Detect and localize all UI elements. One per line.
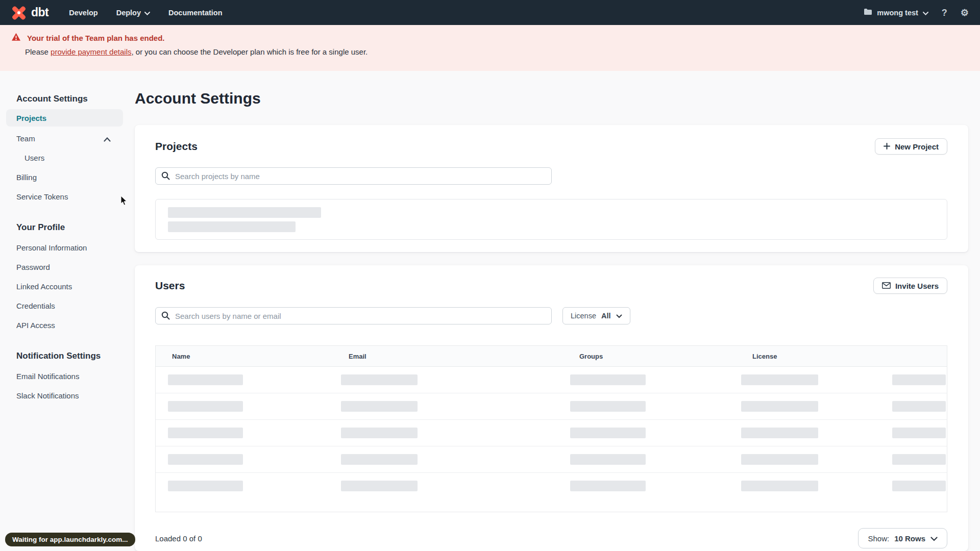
skeleton-bar: [168, 401, 243, 412]
sidebar-item-api-access[interactable]: API Access: [6, 315, 123, 335]
skeleton-bar: [570, 374, 646, 385]
sidebar-item-billing[interactable]: Billing: [6, 167, 123, 187]
projects-search-input[interactable]: [155, 167, 552, 185]
skeleton-bar: [741, 374, 818, 385]
mouse-cursor: [120, 195, 128, 208]
skeleton-bar: [168, 221, 296, 232]
users-table-header: Name Email Groups License: [156, 346, 947, 367]
chevron-down-icon: [616, 312, 622, 320]
loaded-count: Loaded 0 of 0: [155, 534, 202, 543]
table-row: [156, 473, 947, 499]
skeleton-bar: [341, 374, 418, 385]
nav-item-deploy[interactable]: Deploy: [116, 9, 150, 17]
new-project-button[interactable]: New Project: [875, 138, 947, 155]
users-title: Users: [155, 280, 185, 292]
help-icon[interactable]: ?: [942, 8, 947, 17]
main-panel: Account Settings Projects New Project: [135, 71, 968, 551]
projects-loading-box: [155, 199, 947, 240]
skeleton-bar: [570, 401, 646, 412]
skeleton-bar: [892, 454, 946, 465]
table-row: [156, 446, 947, 473]
skeleton-bar: [570, 454, 646, 465]
skeleton-bar: [341, 428, 418, 438]
projects-section: Projects New Project: [135, 125, 968, 252]
skeleton-bar: [892, 481, 946, 491]
column-header-license: License: [752, 353, 777, 360]
account-name: mwong test: [877, 9, 918, 17]
banner-message: Please provide payment details, or you c…: [25, 47, 980, 56]
skeleton-bar: [168, 481, 243, 491]
sidebar-item-password[interactable]: Password: [6, 257, 123, 277]
skeleton-bar: [341, 481, 418, 491]
sidebar-item-linked-accounts[interactable]: Linked Accounts: [6, 277, 123, 296]
sidebar-item-slack-notifications[interactable]: Slack Notifications: [6, 386, 123, 405]
table-row: [156, 367, 947, 393]
skeleton-bar: [741, 454, 818, 465]
nav-item-documentation[interactable]: Documentation: [168, 9, 223, 17]
folder-icon: [864, 8, 872, 17]
skeleton-bar: [168, 454, 243, 465]
sidebar-item-projects[interactable]: Projects: [6, 109, 123, 127]
sidebar-item-credentials[interactable]: Credentials: [6, 296, 123, 315]
skeleton-bar: [741, 481, 818, 491]
chevron-down-icon: [923, 9, 928, 17]
skeleton-bar: [168, 374, 243, 385]
dbt-logo-text: dbt: [31, 6, 48, 19]
skeleton-bar: [570, 481, 646, 491]
skeleton-bar: [741, 401, 818, 412]
users-section: Users Invite Users License All: [135, 265, 968, 551]
skeleton-bar: [892, 401, 946, 412]
table-row: [156, 393, 947, 420]
skeleton-bar: [570, 428, 646, 438]
dbt-logo-icon: [11, 5, 27, 20]
search-icon: [161, 171, 170, 182]
search-icon: [161, 311, 170, 322]
sidebar-heading-your-profile: Your Profile: [6, 217, 123, 238]
sidebar-heading-notification-settings: Notification Settings: [6, 346, 123, 366]
chevron-down-icon: [930, 534, 938, 543]
provide-payment-details-link[interactable]: provide payment details: [51, 47, 131, 56]
chevron-up-icon: [104, 135, 111, 143]
skeleton-bar: [168, 428, 243, 438]
trial-ended-banner: Your trial of the Team plan has ended. P…: [0, 25, 980, 71]
column-header-email: Email: [349, 353, 366, 360]
top-nav: dbt Develop Deploy Documentation mwong t…: [0, 0, 980, 25]
sidebar-item-email-notifications[interactable]: Email Notifications: [6, 366, 123, 386]
invite-users-button[interactable]: Invite Users: [873, 278, 947, 294]
skeleton-bar: [892, 428, 946, 438]
settings-sidebar: Account Settings Projects Team Users Bil…: [6, 89, 123, 405]
skeleton-bar: [341, 401, 418, 412]
license-filter-dropdown[interactable]: License All: [562, 307, 630, 324]
skeleton-bar: [341, 454, 418, 465]
envelope-icon: [882, 282, 891, 290]
users-table: Name Email Groups License: [155, 345, 947, 512]
skeleton-bar: [741, 428, 818, 438]
chevron-down-icon: [144, 9, 150, 17]
skeleton-bar: [892, 374, 946, 385]
sidebar-item-service-tokens[interactable]: Service Tokens: [6, 187, 123, 206]
table-row: [156, 420, 947, 446]
warning-icon: [11, 33, 21, 43]
page-title: Account Settings: [135, 89, 968, 108]
plus-icon: [884, 142, 890, 151]
sidebar-item-team[interactable]: Team: [6, 129, 123, 148]
content-area: Account Settings Projects Team Users Bil…: [0, 71, 980, 551]
users-search-input[interactable]: [155, 307, 552, 324]
dbt-logo[interactable]: dbt: [11, 5, 48, 20]
sidebar-heading-account-settings: Account Settings: [6, 89, 123, 109]
column-header-groups: Groups: [579, 353, 603, 360]
banner-title: Your trial of the Team plan has ended.: [27, 34, 165, 42]
browser-status-bar: Waiting for app.launchdarkly.com...: [5, 533, 135, 546]
show-rows-dropdown[interactable]: Show: 10 Rows: [858, 528, 947, 548]
sidebar-item-users[interactable]: Users: [6, 148, 123, 167]
skeleton-bar: [168, 207, 321, 218]
gear-icon[interactable]: ⚙: [961, 8, 969, 17]
account-switcher[interactable]: mwong test: [864, 8, 928, 17]
projects-title: Projects: [155, 140, 198, 153]
nav-item-develop[interactable]: Develop: [69, 9, 97, 17]
sidebar-item-personal-information[interactable]: Personal Information: [6, 238, 123, 257]
column-header-name: Name: [172, 353, 190, 360]
